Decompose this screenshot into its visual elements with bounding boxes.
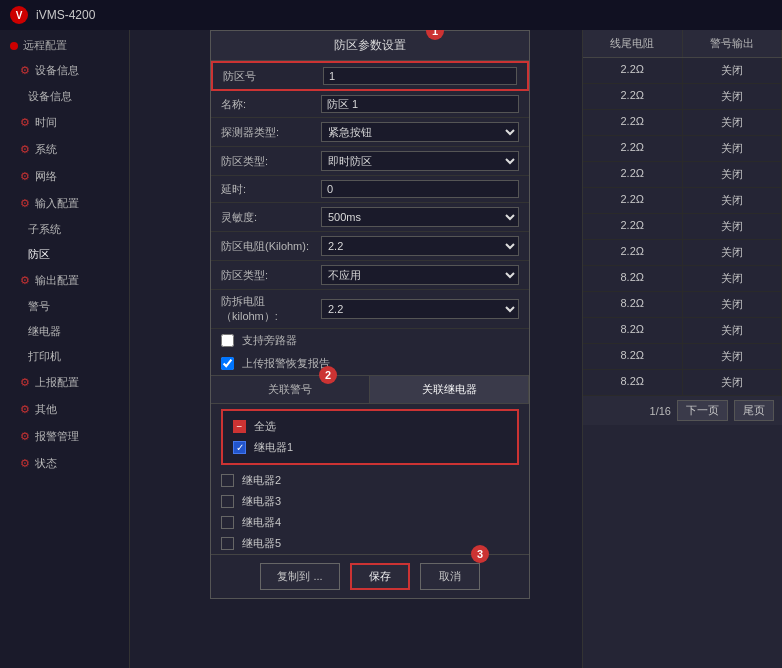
relay-item-4[interactable]: 继电器4 — [211, 512, 529, 533]
app-title: iVMS-4200 — [36, 8, 95, 22]
sidebar-item-network[interactable]: ⚙ 网络 — [0, 163, 129, 190]
gear-icon-output: ⚙ — [20, 274, 30, 287]
cancel-button[interactable]: 取消 — [420, 563, 480, 590]
td-output-3: 关闭 — [683, 136, 783, 161]
sidebar-sub-device-info[interactable]: 设备信息 — [0, 84, 129, 109]
name-input[interactable] — [321, 95, 519, 113]
sidebar-item-output-config[interactable]: ⚙ 输出配置 — [0, 267, 129, 294]
step-2-badge: 2 — [319, 366, 337, 384]
relay-item-1[interactable]: ✓ 继电器1 — [233, 437, 507, 458]
sidebar-dot — [10, 42, 18, 50]
td-output-8: 关闭 — [683, 266, 783, 291]
app-icon: V — [10, 6, 28, 24]
gear-icon-system: ⚙ — [20, 143, 30, 156]
sidebar-item-other[interactable]: ⚙ 其他 — [0, 396, 129, 423]
td-output-10: 关闭 — [683, 318, 783, 343]
zone-num-label: 防区号 — [223, 69, 323, 84]
zone-resistance-label: 防区电阻(Kilohm): — [221, 239, 321, 254]
sidebar-sub-zone[interactable]: 防区 — [0, 242, 129, 267]
form-row-delay: 延时: — [211, 176, 529, 203]
step-3-badge: 3 — [471, 545, 489, 563]
form-row-detector: 探测器类型: 紧急按钮 — [211, 118, 529, 147]
title-bar: V iVMS-4200 — [0, 0, 782, 30]
td-resistance-10: 8.2Ω — [583, 318, 683, 343]
tabs-row: 关联警号 关联继电器 — [211, 375, 529, 404]
table-row: 2.2Ω 关闭 — [583, 110, 782, 136]
zone-type-label: 防区类型: — [221, 154, 321, 169]
delay-input[interactable] — [321, 180, 519, 198]
save-button[interactable]: 保存 — [350, 563, 410, 590]
gear-icon-network: ⚙ — [20, 170, 30, 183]
col-resistance: 线尾电阻 — [583, 30, 683, 57]
sidebar-sub-subsystem[interactable]: 子系统 — [0, 217, 129, 242]
table-row: 8.2Ω 关闭 — [583, 266, 782, 292]
sidebar-item-system[interactable]: ⚙ 系统 — [0, 136, 129, 163]
sidebar-sub-alarm[interactable]: 警号 — [0, 294, 129, 319]
form-row-sensitivity: 灵敏度: 500ms — [211, 203, 529, 232]
bypass-checkbox[interactable] — [221, 334, 234, 347]
table-row: 8.2Ω 关闭 — [583, 344, 782, 370]
td-output-1: 关闭 — [683, 84, 783, 109]
sidebar: 远程配置 ⚙ 设备信息 设备信息 ⚙ 时间 ⚙ 系统 ⚙ 网络 — [0, 30, 130, 668]
name-label: 名称: — [221, 97, 321, 112]
form-row-zone-num: 防区号 — [211, 61, 529, 91]
td-resistance-4: 2.2Ω — [583, 162, 683, 187]
sidebar-item-device-info[interactable]: ⚙ 设备信息 — [0, 57, 129, 84]
sidebar-sub-relay[interactable]: 继电器 — [0, 319, 129, 344]
form-row-zone-category: 防区类型: 不应用 — [211, 261, 529, 290]
detector-label: 探测器类型: — [221, 125, 321, 140]
tamper-select[interactable]: 2.2 — [321, 299, 519, 319]
copy-to-button[interactable]: 复制到 ... — [260, 563, 339, 590]
unchecked-checkbox-icon-4 — [221, 516, 234, 529]
delay-label: 延时: — [221, 182, 321, 197]
next-page-button[interactable]: 下一页 — [677, 400, 728, 421]
last-page-button[interactable]: 尾页 — [734, 400, 774, 421]
sidebar-item-time[interactable]: ⚙ 时间 — [0, 109, 129, 136]
gear-icon-upload: ⚙ — [20, 376, 30, 389]
sidebar-item-input-config[interactable]: ⚙ 输入配置 — [0, 190, 129, 217]
detector-select[interactable]: 紧急按钮 — [321, 122, 519, 142]
td-resistance-0: 2.2Ω — [583, 58, 683, 83]
td-resistance-7: 2.2Ω — [583, 240, 683, 265]
td-resistance-3: 2.2Ω — [583, 136, 683, 161]
relay-item-3[interactable]: 继电器3 — [211, 491, 529, 512]
zone-resistance-select[interactable]: 2.2 — [321, 236, 519, 256]
tamper-label: 防拆电阻（kilohm）: — [221, 294, 321, 324]
sidebar-item-status[interactable]: ⚙ 状态 — [0, 450, 129, 477]
sidebar-item-report-mgmt[interactable]: ⚙ 报警管理 — [0, 423, 129, 450]
table-row: 8.2Ω 关闭 — [583, 292, 782, 318]
td-output-12: 关闭 — [683, 370, 783, 395]
sidebar-sub-printer[interactable]: 打印机 — [0, 344, 129, 369]
gear-icon-status: ⚙ — [20, 457, 30, 470]
gear-icon-other: ⚙ — [20, 403, 30, 416]
dialog-title: 防区参数设置 — [211, 31, 529, 61]
table-row: 2.2Ω 关闭 — [583, 214, 782, 240]
form-row-zone-resistance: 防区电阻(Kilohm): 2.2 — [211, 232, 529, 261]
sidebar-item-upload-config[interactable]: ⚙ 上报配置 — [0, 369, 129, 396]
zone-type-select[interactable]: 即时防区 — [321, 151, 519, 171]
minus-checkbox-icon: − — [233, 420, 246, 433]
upload-label: 上传报警恢复报告 — [242, 356, 330, 371]
bypass-label: 支持旁路器 — [242, 333, 297, 348]
unchecked-checkbox-icon-3 — [221, 495, 234, 508]
gear-icon-input: ⚙ — [20, 197, 30, 210]
td-output-11: 关闭 — [683, 344, 783, 369]
tab-link-relay[interactable]: 关联继电器 — [370, 376, 529, 403]
form-row-tamper: 防拆电阻（kilohm）: 2.2 — [211, 290, 529, 329]
relay-item-2[interactable]: 继电器2 — [211, 470, 529, 491]
td-resistance-9: 8.2Ω — [583, 292, 683, 317]
relay-item-select-all[interactable]: − 全选 — [233, 416, 507, 437]
zone-category-select[interactable]: 不应用 — [321, 265, 519, 285]
td-resistance-1: 2.2Ω — [583, 84, 683, 109]
checked-checkbox-icon: ✓ — [233, 441, 246, 454]
td-resistance-8: 8.2Ω — [583, 266, 683, 291]
unchecked-checkbox-icon-5 — [221, 537, 234, 550]
sidebar-section-title: 远程配置 — [0, 30, 129, 57]
upload-checkbox[interactable] — [221, 357, 234, 370]
table-row: 2.2Ω 关闭 — [583, 162, 782, 188]
sensitivity-select[interactable]: 500ms — [321, 207, 519, 227]
tab-link-alarm[interactable]: 关联警号 — [211, 376, 370, 403]
zone-num-input[interactable] — [323, 67, 517, 85]
table-row: 8.2Ω 关闭 — [583, 318, 782, 344]
table-row: 8.2Ω 关闭 — [583, 370, 782, 396]
